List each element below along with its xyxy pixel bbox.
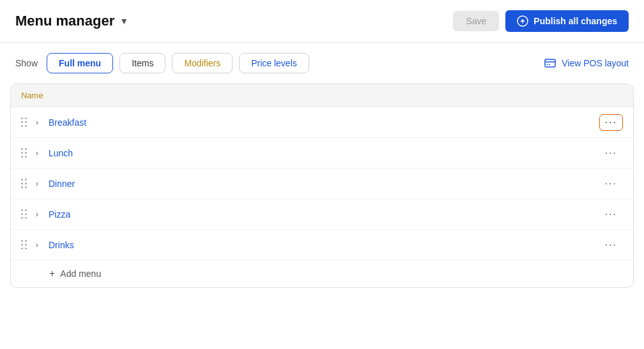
menu-name-breakfast[interactable]: Breakfast bbox=[49, 117, 599, 128]
svg-rect-1 bbox=[545, 59, 555, 67]
publish-label: Publish all changes bbox=[533, 16, 617, 26]
more-button-lunch[interactable]: ··· bbox=[599, 145, 623, 161]
menu-name-lunch[interactable]: Lunch bbox=[49, 148, 599, 158]
drag-handle-pizza[interactable] bbox=[21, 209, 27, 219]
view-pos-button[interactable]: View POS layout bbox=[544, 57, 629, 70]
app-container: Menu manager ▼ Save Publish all changes … bbox=[0, 0, 644, 349]
more-button-dinner[interactable]: ··· bbox=[599, 175, 623, 192]
show-tabs: Show Full menu Items Modifiers Price lev… bbox=[15, 53, 309, 73]
add-menu-label: Add menu bbox=[60, 269, 101, 279]
publish-button[interactable]: Publish all changes bbox=[505, 10, 629, 32]
column-name-label: Name bbox=[21, 91, 43, 100]
table-header: Name bbox=[11, 84, 633, 107]
expand-arrow-pizza[interactable]: › bbox=[32, 210, 42, 219]
table-row: › Lunch ··· bbox=[11, 138, 633, 168]
table-row: › Dinner ··· bbox=[11, 168, 633, 199]
view-pos-label: View POS layout bbox=[562, 58, 629, 68]
tab-price-levels[interactable]: Price levels bbox=[239, 53, 309, 73]
show-label: Show bbox=[15, 58, 38, 68]
pos-icon bbox=[544, 57, 556, 70]
svg-point-2 bbox=[547, 64, 548, 65]
tab-items[interactable]: Items bbox=[119, 53, 165, 73]
table-row: › Drinks ··· bbox=[11, 230, 633, 260]
svg-point-3 bbox=[549, 64, 550, 65]
title-dropdown-arrow[interactable]: ▼ bbox=[119, 16, 128, 26]
more-button-breakfast[interactable]: ··· bbox=[599, 114, 623, 131]
add-menu-row[interactable]: + Add menu bbox=[11, 260, 633, 287]
menu-name-pizza[interactable]: Pizza bbox=[49, 209, 599, 219]
drag-handle-breakfast[interactable] bbox=[21, 117, 27, 127]
add-plus-icon: + bbox=[49, 268, 55, 279]
publish-icon bbox=[517, 15, 528, 27]
header: Menu manager ▼ Save Publish all changes bbox=[0, 0, 644, 42]
more-button-drinks[interactable]: ··· bbox=[599, 237, 623, 253]
page-title: Menu manager bbox=[15, 13, 114, 29]
tab-full-menu[interactable]: Full menu bbox=[47, 53, 113, 73]
table-row: › Pizza ··· bbox=[11, 199, 633, 230]
expand-arrow-dinner[interactable]: › bbox=[32, 179, 42, 188]
menu-name-drinks[interactable]: Drinks bbox=[49, 240, 599, 250]
drag-handle-dinner[interactable] bbox=[21, 179, 27, 188]
expand-arrow-drinks[interactable]: › bbox=[32, 241, 42, 249]
tab-modifiers[interactable]: Modifiers bbox=[172, 53, 233, 73]
drag-handle-drinks[interactable] bbox=[21, 240, 27, 249]
menu-name-dinner[interactable]: Dinner bbox=[49, 179, 599, 189]
header-left: Menu manager ▼ bbox=[15, 13, 128, 29]
more-button-pizza[interactable]: ··· bbox=[599, 206, 623, 223]
expand-arrow-lunch[interactable]: › bbox=[32, 149, 42, 158]
table-row: › Breakfast ··· bbox=[11, 107, 633, 138]
header-right: Save Publish all changes bbox=[453, 10, 629, 32]
content-area: Name › Breakfast ··· › Lunch ··· bbox=[10, 84, 634, 288]
toolbar: Show Full menu Items Modifiers Price lev… bbox=[0, 43, 644, 84]
drag-handle-lunch[interactable] bbox=[21, 148, 27, 158]
expand-arrow-breakfast[interactable]: › bbox=[32, 118, 42, 127]
save-button[interactable]: Save bbox=[453, 11, 499, 31]
